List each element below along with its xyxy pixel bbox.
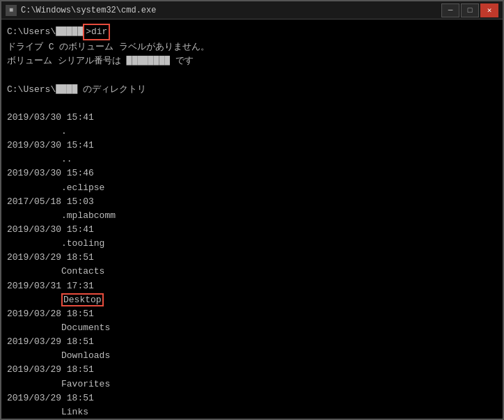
blank-line-2 <box>7 97 497 111</box>
title-bar-left: ■ C:\Windows\system32\cmd.exe <box>6 5 156 16</box>
dir-name: Downloads <box>61 350 110 361</box>
cmd-icon: ■ <box>6 5 17 16</box>
dir-entry-8: 2019/03/29 18:51 Downloads <box>7 335 497 363</box>
dir-name: Contacts <box>61 266 104 277</box>
dir-name: Documents <box>61 322 110 333</box>
title-bar: ■ C:\Windows\system32\cmd.exe ─ □ ✕ <box>1 1 503 20</box>
dir-name: Links <box>61 407 88 417</box>
dir-entry-0: 2019/03/30 15:41 . <box>7 111 497 139</box>
prompt-1-text: C:\Users\█████ <box>7 25 83 39</box>
dir-entry-6: 2019/03/31 17:31 Desktop <box>7 279 497 307</box>
directory-line: C:\Users\████ のディレクトリ <box>7 83 497 97</box>
dir-name: .tooling <box>61 238 104 249</box>
dir-name: .. <box>61 154 72 164</box>
dir-name: .mplabcomm <box>61 210 116 221</box>
cmd-window: ■ C:\Windows\system32\cmd.exe ─ □ ✕ C:\U… <box>0 0 504 420</box>
volume-label-line: ドライブ C のボリューム ラベルがありません。 <box>7 40 497 54</box>
blank-line-1 <box>7 68 497 82</box>
dir-entry-3: 2017/05/18 15:03 .mplabcomm <box>7 195 497 223</box>
desktop-highlight: Desktop <box>61 293 104 306</box>
dir-name: . <box>61 126 67 137</box>
dir-entry-1: 2019/03/30 15:41 .. <box>7 139 497 166</box>
window-title: C:\Windows\system32\cmd.exe <box>21 6 156 15</box>
dir-entry-10: 2019/03/29 18:51 Links <box>7 391 497 419</box>
volume-serial-line: ボリューム シリアル番号は ████████ です <box>7 54 497 68</box>
dir-entry-2: 2019/03/30 15:46 .eclipse <box>7 166 497 194</box>
dir-entry-5: 2019/03/29 18:51 Contacts <box>7 251 497 279</box>
minimize-button[interactable]: ─ <box>441 3 459 17</box>
maximize-button[interactable]: □ <box>461 3 479 17</box>
prompt-line-1: C:\Users\█████>dir <box>7 24 497 40</box>
title-bar-controls: ─ □ ✕ <box>441 3 498 17</box>
close-button[interactable]: ✕ <box>480 3 498 17</box>
terminal-body[interactable]: C:\Users\█████>dirドライブ C のボリューム ラベルがありませ… <box>1 20 503 419</box>
dir-entry-7: 2019/03/28 18:51 Documents <box>7 307 497 335</box>
dir-name: Favorites <box>61 379 110 389</box>
dir-name: .eclipse <box>61 182 104 193</box>
dir-entry-4: 2019/03/30 15:41 .tooling <box>7 223 497 251</box>
dir-entry-9: 2019/03/29 18:51 Favorites <box>7 363 497 391</box>
dir-command: >dir <box>83 24 110 40</box>
